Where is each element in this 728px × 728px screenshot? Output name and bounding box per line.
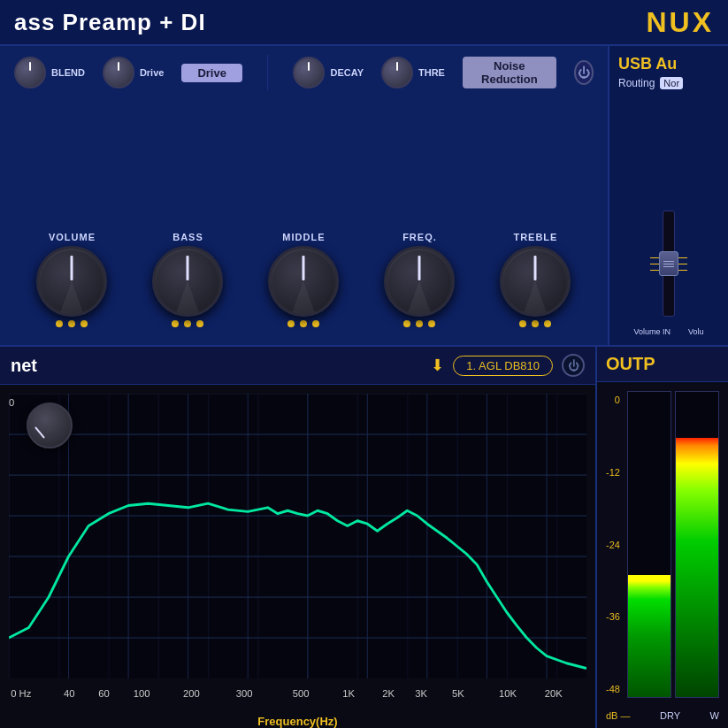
treble-knob[interactable] [500, 246, 571, 317]
output-section: OUTP 0 -12 -24 -36 -48 [595, 347, 728, 728]
thre-group: THRE [381, 57, 445, 88]
plugin-title: ass Preamp + DI [14, 9, 206, 36]
dot [403, 320, 410, 327]
dot [68, 320, 75, 327]
vol-in-label: Volume IN [633, 327, 671, 336]
volume-knob-col: VOLUME [36, 232, 107, 327]
dot [184, 320, 191, 327]
wet-label: W [710, 710, 719, 721]
blend-label: BLEND [51, 67, 85, 78]
cab-title: net [11, 356, 37, 376]
dry-label: DRY [660, 710, 680, 721]
svg-text:0 Hz: 0 Hz [11, 688, 31, 699]
output-header: OUTP [597, 347, 728, 382]
dot [519, 320, 526, 327]
x-axis-label: Frequency(Hz) [0, 715, 595, 728]
svg-text:20K: 20K [545, 688, 563, 699]
dot [80, 320, 88, 327]
dot [312, 320, 319, 327]
wet-meter-fill [676, 438, 718, 697]
middle-label: MIDDLE [282, 232, 325, 242]
svg-text:40: 40 [64, 688, 75, 699]
meter-bars [627, 391, 719, 698]
volume-in-slider[interactable] [663, 211, 675, 317]
brand-logo: NUX [646, 6, 714, 39]
svg-text:2K: 2K [382, 688, 395, 699]
meter-labels: 0 -12 -24 -36 -48 [606, 391, 620, 698]
freq-chart: 0 Hz 40 60 100 200 300 500 1K 2K 3K 5K 1… [0, 385, 595, 728]
treble-label: TREBLE [513, 232, 557, 242]
top-header: ass Preamp + DI NUX [0, 0, 728, 46]
dash [650, 257, 659, 258]
dot [544, 320, 551, 327]
svg-text:100: 100 [134, 688, 150, 699]
cab-power-button[interactable]: ⏻ [562, 354, 585, 377]
meter-label-48: -48 [606, 684, 620, 694]
blend-group: BLEND [14, 57, 85, 88]
usb-audio-panel: USB Au Routing Nor [608, 46, 728, 345]
svg-text:60: 60 [98, 688, 110, 699]
dot [532, 320, 539, 327]
svg-text:3K: 3K [415, 688, 427, 699]
treble-dots [519, 320, 551, 327]
wet-meter-bar [675, 391, 719, 698]
output-title: OUTP [606, 354, 655, 373]
slider-dashes-left [650, 211, 659, 317]
main-knobs-row: VOLUME BASS [14, 97, 594, 336]
volume-dots [56, 320, 88, 327]
svg-text:1K: 1K [342, 688, 355, 699]
freq-knob-main[interactable] [384, 246, 455, 317]
cabinet-section: net ⬇ 1. AGL DB810 ⏻ [0, 347, 595, 728]
freq-dots [403, 320, 435, 327]
volume-knob[interactable] [36, 246, 107, 317]
dot [196, 320, 203, 327]
svg-text:300: 300 [236, 688, 253, 699]
volume-sliders [650, 100, 687, 317]
meter-label-24: -24 [606, 540, 620, 550]
middle-dots [287, 320, 319, 327]
dry-meter-bar [627, 391, 671, 698]
meter-label-0: 0 [606, 395, 620, 405]
power-button[interactable]: ⏻ [574, 60, 594, 85]
slider-line [663, 266, 674, 267]
bass-label: BASS [172, 232, 203, 242]
svg-text:0: 0 [9, 397, 14, 408]
freq-label: FREQ. [402, 232, 437, 242]
middle-knob[interactable] [268, 246, 339, 317]
routing-row: Routing Nor [618, 77, 719, 89]
bass-knob[interactable] [152, 246, 223, 317]
db-label: dB — [606, 710, 631, 721]
volume-labels: Volume IN Volu [633, 327, 703, 336]
noise-tab-group: Noise Reduction [463, 57, 556, 88]
slider-handle-in[interactable] [659, 251, 678, 276]
slider-section: Volume IN Volu [618, 100, 719, 336]
drive-group: Drive [103, 57, 165, 88]
decay-knob[interactable] [293, 57, 325, 88]
vol-out-label: Volu [688, 327, 704, 336]
svg-rect-1 [9, 394, 586, 678]
drive-tab-button[interactable]: Drive [181, 64, 242, 82]
svg-text:500: 500 [293, 688, 310, 699]
download-button[interactable]: ⬇ [431, 356, 444, 375]
left-controls: BLEND Drive Drive DECAY [0, 46, 608, 345]
routing-select[interactable]: Nor [660, 77, 683, 89]
slider-dashes-right [678, 211, 687, 317]
meter-label-36: -36 [606, 611, 620, 622]
treble-knob-col: TREBLE [500, 232, 571, 327]
cab-header: net ⬇ 1. AGL DB810 ⏻ [0, 347, 595, 385]
bass-knob-col: BASS [152, 232, 223, 327]
blend-knob[interactable] [14, 57, 46, 88]
drive-label: Drive [140, 67, 165, 78]
plugin-container: ass Preamp + DI NUX BLEND Drive Dri [0, 0, 728, 728]
separator [267, 55, 269, 90]
thre-label: THRE [418, 67, 445, 78]
drive-knob[interactable] [103, 57, 134, 88]
freq-drag-knob[interactable] [27, 402, 73, 448]
preset-button[interactable]: 1. AGL DB810 [453, 356, 553, 376]
dot [416, 320, 423, 327]
dash [678, 264, 687, 264]
dash [678, 257, 687, 258]
thre-knob[interactable] [381, 57, 413, 88]
slider-line [663, 261, 674, 262]
noise-reduction-button[interactable]: Noise Reduction [463, 57, 556, 88]
